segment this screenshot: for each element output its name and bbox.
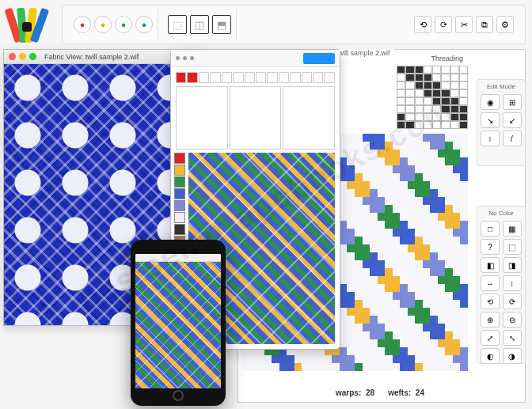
drawdown-cell[interactable]: [393, 165, 401, 173]
drawdown-cell[interactable]: [385, 347, 393, 355]
drawdown-cell[interactable]: [438, 324, 446, 331]
tieup-cell[interactable]: [415, 105, 424, 113]
drawdown-cell[interactable]: [279, 363, 287, 371]
drawdown-cell[interactable]: [393, 157, 401, 165]
drawdown-cell[interactable]: [370, 300, 378, 308]
drawdown-cell[interactable]: [347, 189, 355, 197]
drawdown-cell[interactable]: [460, 237, 468, 244]
drawdown-cell[interactable]: [393, 142, 401, 150]
tieup-cell[interactable]: [441, 121, 450, 129]
drawdown-cell[interactable]: [400, 150, 408, 157]
drawdown-cell[interactable]: [378, 157, 386, 165]
drawdown-cell[interactable]: [400, 229, 408, 237]
drawdown-cell[interactable]: [445, 363, 453, 371]
tool-button-7[interactable]: ↕: [503, 275, 522, 291]
drawdown-cell[interactable]: [363, 189, 370, 197]
drawdown-cell[interactable]: [400, 316, 408, 324]
drawdown-cell[interactable]: [423, 284, 431, 292]
editor-threading-grid[interactable]: [176, 86, 335, 150]
drawdown-cell[interactable]: [460, 347, 468, 355]
drawdown-cell[interactable]: [363, 197, 370, 205]
drawdown-cell[interactable]: [430, 252, 438, 260]
drawdown-cell[interactable]: [445, 308, 453, 316]
drawdown-cell[interactable]: [378, 276, 386, 284]
drawdown-cell[interactable]: [423, 134, 431, 142]
drawdown-cell[interactable]: [378, 268, 386, 276]
drawdown-cell[interactable]: [370, 165, 378, 173]
drawdown-cell[interactable]: [415, 268, 423, 276]
drawdown-cell[interactable]: [415, 300, 423, 308]
drawdown-cell[interactable]: [438, 221, 446, 229]
drawdown-cell[interactable]: [400, 181, 408, 189]
drawdown-cell[interactable]: [453, 181, 461, 189]
drawdown-cell[interactable]: [438, 189, 446, 197]
drawdown-cell[interactable]: [393, 134, 401, 142]
drawdown-cell[interactable]: [347, 260, 355, 268]
drawdown-cell[interactable]: [317, 355, 325, 363]
drawdown-cell[interactable]: [370, 205, 378, 213]
tieup-cell[interactable]: [397, 97, 405, 105]
drawdown-cell[interactable]: [415, 173, 423, 181]
tieup-cell[interactable]: [397, 105, 405, 113]
drawdown-cell[interactable]: [340, 150, 348, 157]
drawdown-cell[interactable]: [415, 260, 423, 268]
drawdown-cell[interactable]: [445, 221, 453, 229]
drawdown-cell[interactable]: [332, 355, 340, 363]
drawdown-cell[interactable]: [393, 268, 401, 276]
drawdown-cell[interactable]: [355, 308, 363, 316]
drawdown-cell[interactable]: [363, 284, 370, 292]
tieup-cell[interactable]: [441, 81, 450, 89]
drawdown-cell[interactable]: [430, 260, 438, 268]
drawdown-cell[interactable]: [445, 339, 453, 347]
drawdown-cell[interactable]: [400, 260, 408, 268]
drawdown-cell[interactable]: [415, 339, 423, 347]
drawdown-cell[interactable]: [460, 276, 468, 284]
drawdown-cell[interactable]: [370, 292, 378, 300]
drawdown-cell[interactable]: [287, 363, 294, 371]
drawdown-cell[interactable]: [415, 205, 423, 213]
drawdown-cell[interactable]: [438, 134, 446, 142]
tieup-cell[interactable]: [432, 105, 441, 113]
drawdown-cell[interactable]: [453, 308, 461, 316]
drawdown-cell[interactable]: [460, 244, 468, 252]
drawdown-cell[interactable]: [385, 268, 393, 276]
drawdown-cell[interactable]: [430, 134, 438, 142]
drawdown-cell[interactable]: [393, 355, 401, 363]
drawdown-cell[interactable]: [445, 181, 453, 189]
drawdown-cell[interactable]: [347, 300, 355, 308]
drawdown-cell[interactable]: [340, 276, 348, 284]
drawdown-cell[interactable]: [370, 142, 378, 150]
palette-swatch-5[interactable]: [174, 212, 185, 223]
drawdown-cell[interactable]: [370, 324, 378, 331]
drawdown-cell[interactable]: [340, 324, 348, 331]
drawdown-cell[interactable]: [460, 316, 468, 324]
tool-button-6[interactable]: ↔: [481, 275, 500, 291]
drawdown-cell[interactable]: [385, 355, 393, 363]
drawdown-cell[interactable]: [438, 268, 446, 276]
drawdown-cell[interactable]: [408, 316, 416, 324]
drawdown-cell[interactable]: [393, 229, 401, 237]
drawdown-cell[interactable]: [438, 229, 446, 237]
drawdown-cell[interactable]: [385, 308, 393, 316]
drawdown-cell[interactable]: [385, 316, 393, 324]
drawdown-cell[interactable]: [408, 331, 416, 339]
drawdown-cell[interactable]: [347, 292, 355, 300]
drawdown-cell[interactable]: [393, 339, 401, 347]
drawdown-cell[interactable]: [393, 363, 401, 371]
drawdown-cell[interactable]: [400, 134, 408, 142]
drawdown-cell[interactable]: [430, 205, 438, 213]
drawdown-cell[interactable]: [385, 339, 393, 347]
drawdown-cell[interactable]: [438, 292, 446, 300]
drawdown-cell[interactable]: [460, 221, 468, 229]
edit-mode-button-1[interactable]: ⊞: [503, 94, 522, 110]
drawdown-cell[interactable]: [355, 260, 363, 268]
drawdown-cell[interactable]: [423, 205, 431, 213]
drawdown-cell[interactable]: [385, 237, 393, 244]
drawdown-cell[interactable]: [445, 292, 453, 300]
tieup-cell[interactable]: [405, 74, 414, 81]
palette-swatch-1[interactable]: [174, 165, 185, 176]
drawdown-cell[interactable]: [363, 300, 370, 308]
drawdown-cell[interactable]: [393, 276, 401, 284]
tieup-cell[interactable]: [405, 89, 414, 97]
tool-button-0[interactable]: □: [481, 221, 500, 237]
